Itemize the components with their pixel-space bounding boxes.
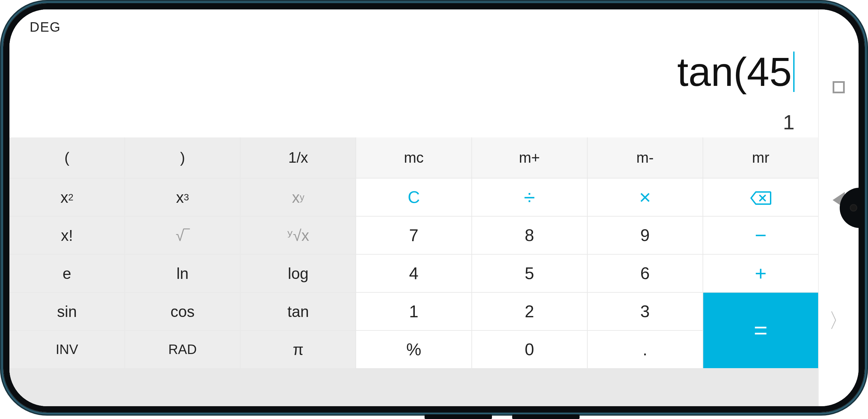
- mminus-button[interactable]: m-: [588, 137, 703, 178]
- x-squared-button[interactable]: x2: [9, 179, 124, 216]
- phone-frame: DEG tan(45 1 ( ) 1/x mc m+ m- mr x2 x3: [3, 3, 865, 412]
- percent-button[interactable]: %: [356, 331, 471, 368]
- mplus-button[interactable]: m+: [472, 137, 587, 178]
- x-power-y-button[interactable]: xy: [241, 179, 355, 216]
- digit-9-button[interactable]: 9: [588, 217, 703, 254]
- x-power-y-sup: y: [300, 192, 304, 203]
- x-squared-sup: 2: [68, 192, 73, 203]
- reciprocal-button[interactable]: 1/x: [241, 137, 355, 178]
- backspace-button[interactable]: [703, 179, 818, 216]
- mc-button[interactable]: mc: [356, 137, 471, 178]
- digit-8-button[interactable]: 8: [472, 217, 587, 254]
- digit-7-button[interactable]: 7: [356, 217, 471, 254]
- square-icon: [833, 81, 845, 93]
- equals-button[interactable]: =: [703, 293, 818, 368]
- cos-button[interactable]: cos: [125, 293, 240, 330]
- digit-2-button[interactable]: 2: [472, 293, 587, 330]
- sqrt-button[interactable]: √‾: [125, 217, 240, 254]
- result-display: 1: [30, 109, 795, 134]
- digit-3-button[interactable]: 3: [588, 293, 703, 330]
- tan-button[interactable]: tan: [241, 293, 355, 330]
- yroot-button[interactable]: ʸ√x: [241, 217, 355, 254]
- calculator-app: DEG tan(45 1 ( ) 1/x mc m+ m- mr x2 x3: [9, 9, 818, 406]
- drawer-handle[interactable]: 〉: [829, 307, 849, 334]
- x-cubed-button[interactable]: x3: [125, 179, 240, 216]
- e-button[interactable]: e: [9, 255, 124, 292]
- x-power-y-base: x: [292, 188, 300, 206]
- digit-0-button[interactable]: 0: [472, 331, 587, 368]
- rparen-button[interactable]: ): [125, 137, 240, 178]
- screen: DEG tan(45 1 ( ) 1/x mc m+ m- mr x2 x3: [9, 9, 859, 406]
- divide-button[interactable]: ÷: [472, 179, 587, 216]
- factorial-button[interactable]: x!: [9, 217, 124, 254]
- backspace-icon: [750, 190, 771, 205]
- inv-button[interactable]: INV: [9, 331, 124, 368]
- sin-button[interactable]: sin: [9, 293, 124, 330]
- expression-display[interactable]: tan(45: [30, 35, 795, 109]
- lparen-button[interactable]: (: [9, 137, 124, 178]
- volume-rocker-1: [425, 414, 492, 419]
- volume-rocker-2: [512, 414, 580, 419]
- x-cubed-sup: 3: [184, 192, 189, 203]
- pi-button[interactable]: π: [241, 331, 355, 368]
- minus-button[interactable]: −: [703, 217, 818, 254]
- text-cursor: [793, 52, 795, 92]
- recents-button[interactable]: [833, 81, 845, 93]
- plus-button[interactable]: +: [703, 255, 818, 292]
- keypad: ( ) 1/x mc m+ m- mr x2 x3 xy C ÷ ×: [9, 137, 818, 406]
- ln-button[interactable]: ln: [125, 255, 240, 292]
- clear-button[interactable]: C: [356, 179, 471, 216]
- x-cubed-base: x: [176, 188, 184, 206]
- digit-6-button[interactable]: 6: [588, 255, 703, 292]
- digit-4-button[interactable]: 4: [356, 255, 471, 292]
- expression-text: tan(45: [677, 49, 792, 95]
- rad-button[interactable]: RAD: [125, 331, 240, 368]
- digit-5-button[interactable]: 5: [472, 255, 587, 292]
- x-squared-base: x: [60, 188, 68, 206]
- angle-mode-label[interactable]: DEG: [30, 20, 795, 35]
- display-panel: DEG tan(45 1: [9, 9, 818, 137]
- log-button[interactable]: log: [241, 255, 355, 292]
- multiply-button[interactable]: ×: [588, 179, 703, 216]
- digit-1-button[interactable]: 1: [356, 293, 471, 330]
- mr-button[interactable]: mr: [703, 137, 818, 178]
- decimal-button[interactable]: .: [588, 331, 703, 368]
